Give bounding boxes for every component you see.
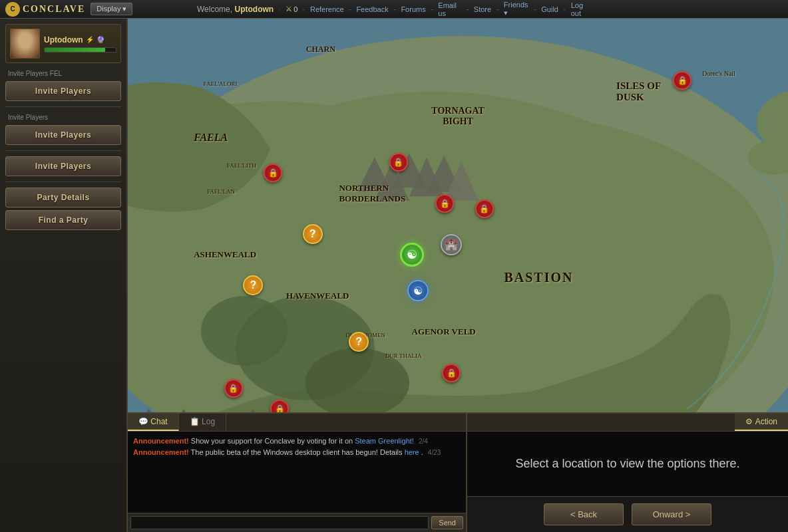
logout-link[interactable]: Log out bbox=[571, 1, 591, 17]
invite-players-btn-1[interactable]: Invite Players bbox=[5, 81, 121, 101]
chat-panel: 💬 Chat 📋 Log Announcement! Show your sup… bbox=[128, 414, 467, 532]
email-link[interactable]: Email us bbox=[438, 1, 461, 17]
nav-center: Welcome, Uptodown · ⚔ 0 - Reference - Fe… bbox=[197, 1, 591, 17]
action-icon: ⚙ bbox=[745, 417, 753, 426]
question-icon-2[interactable]: ? bbox=[243, 275, 263, 295]
blue-location-icon[interactable]: ☯ bbox=[407, 280, 429, 301]
player-avatar bbox=[10, 29, 40, 59]
invite-players-btn-3[interactable]: Invite Players bbox=[5, 156, 121, 176]
details-here-link[interactable]: here bbox=[405, 448, 419, 456]
onward-button[interactable]: Onward > bbox=[632, 503, 711, 525]
chat-message-2: Announcement! The public beta of the Win… bbox=[133, 447, 461, 458]
right-panel: ⚙ Action Select a location to view the o… bbox=[467, 414, 788, 532]
player-name: Uptodown bbox=[44, 35, 83, 45]
nav-sep3: - bbox=[347, 5, 354, 14]
health-bar-container bbox=[44, 47, 116, 53]
announcement-label-1: Announcement! bbox=[133, 437, 189, 445]
select-location-text: Select a location to view the options th… bbox=[515, 457, 739, 471]
nav-sep2: - bbox=[300, 5, 307, 14]
top-bar: C CONCLAVE Display ▾ Welcome, Uptodown ·… bbox=[0, 0, 788, 19]
logo-area: C CONCLAVE bbox=[5, 2, 85, 17]
feedback-link[interactable]: Feedback bbox=[356, 5, 388, 13]
gold-amount: 0 bbox=[294, 5, 297, 13]
map-and-bottom: CHARN ISLES OFDUSK Dorec's Nail TORNAGAT… bbox=[128, 19, 788, 532]
bottom-section: 💬 Chat 📋 Log Announcement! Show your sup… bbox=[128, 412, 788, 532]
sword-icon: ⚔ bbox=[286, 5, 292, 13]
announcement-label-2: Announcement! bbox=[133, 448, 189, 456]
nav-buttons-row: < Back Onward > bbox=[467, 496, 788, 532]
log-tab[interactable]: 📋 Log bbox=[179, 414, 226, 431]
lock-icon-dorec[interactable]: 🔒 bbox=[673, 71, 691, 90]
lock-icon-3[interactable]: 🔒 bbox=[435, 194, 454, 213]
chat-tab-label: Chat bbox=[150, 417, 167, 426]
orb-icon: 🔮 bbox=[97, 36, 104, 43]
timestamp-1: 2/4 bbox=[419, 438, 428, 445]
chat-messages: Announcement! Show your support for Conc… bbox=[128, 432, 466, 513]
conclave-logo-icon: C bbox=[5, 2, 20, 17]
divider-3 bbox=[5, 182, 121, 182]
player-info: Uptodown ⚡ 🔮 bbox=[44, 35, 116, 53]
player-card: Uptodown ⚡ 🔮 bbox=[5, 24, 121, 63]
nav-sep9: - bbox=[561, 5, 568, 14]
store-link[interactable]: Store bbox=[474, 5, 491, 13]
player-location-icon[interactable]: ☯ bbox=[400, 243, 424, 267]
action-tab-label: Action bbox=[755, 417, 777, 426]
display-button[interactable]: Display ▾ bbox=[91, 3, 132, 15]
welcome-text: Welcome, bbox=[197, 5, 232, 14]
chat-tab[interactable]: 💬 Chat bbox=[128, 414, 179, 431]
guild-link[interactable]: Guild bbox=[541, 5, 558, 13]
player-avatar-face bbox=[11, 29, 39, 58]
lock-icon-1[interactable]: 🔒 bbox=[264, 164, 282, 182]
question-icon-3[interactable]: ? bbox=[349, 332, 369, 352]
nav-sep8: - bbox=[532, 5, 539, 14]
forums-link[interactable]: Forums bbox=[401, 5, 425, 13]
lock-icon-2[interactable]: 🔒 bbox=[389, 153, 408, 172]
reference-link[interactable]: Reference bbox=[310, 5, 344, 13]
castle-icon[interactable]: 🏰 bbox=[441, 234, 462, 255]
chat-input-row: Send bbox=[128, 513, 466, 532]
chat-icon: 💬 bbox=[138, 417, 148, 426]
lock-icon-agenor[interactable]: 🔒 bbox=[442, 364, 461, 382]
lock-icon-sw1[interactable]: 🔒 bbox=[224, 379, 243, 398]
lightning-icon: ⚡ bbox=[86, 36, 94, 43]
action-tab[interactable]: ⚙ Action bbox=[735, 414, 788, 431]
health-bar bbox=[45, 48, 105, 52]
player-name-row: Uptodown ⚡ 🔮 bbox=[44, 35, 116, 45]
section-label-2: Invite Players bbox=[5, 112, 121, 122]
logo-text: CONCLAVE bbox=[23, 4, 85, 15]
left-sidebar: Uptodown ⚡ 🔮 Invite Players FEL Invite P… bbox=[0, 19, 128, 532]
lock-icon-4[interactable]: 🔒 bbox=[475, 200, 494, 218]
username-text: Uptodown bbox=[234, 5, 274, 14]
chat-tabs: 💬 Chat 📋 Log bbox=[128, 414, 466, 432]
divider-2 bbox=[5, 150, 121, 151]
nav-sep6: - bbox=[464, 5, 471, 14]
nav-sep5: - bbox=[429, 5, 436, 14]
chat-input[interactable] bbox=[130, 516, 429, 529]
main-layout: Uptodown ⚡ 🔮 Invite Players FEL Invite P… bbox=[0, 19, 788, 532]
log-tab-label: Log bbox=[202, 417, 215, 426]
question-icon-1[interactable]: ? bbox=[303, 224, 323, 244]
send-button[interactable]: Send bbox=[431, 516, 463, 529]
nav-gold: ⚔ 0 bbox=[286, 5, 297, 13]
steam-greenlight-link[interactable]: Steam Greenlight! bbox=[355, 437, 414, 445]
party-details-button[interactable]: Party Details bbox=[5, 188, 121, 207]
chat-message-1: Announcement! Show your support for Conc… bbox=[133, 436, 461, 447]
announcement-body-2: The public beta of the Windows desktop c… bbox=[191, 448, 405, 456]
nav-sep4: - bbox=[391, 5, 399, 14]
action-tab-row: ⚙ Action bbox=[467, 414, 788, 432]
announcement-end: . bbox=[421, 448, 423, 456]
announcement-body-1: Show your support for Conclave by voting… bbox=[191, 437, 355, 445]
nav-sep: · bbox=[276, 5, 283, 14]
divider-1 bbox=[5, 106, 121, 107]
find-party-button[interactable]: Find a Party bbox=[5, 210, 121, 230]
nav-sep7: - bbox=[494, 5, 501, 14]
log-icon: 📋 bbox=[190, 417, 200, 426]
friends-link[interactable]: Friends ▾ bbox=[504, 1, 529, 17]
right-content: Select a location to view the options th… bbox=[467, 432, 788, 496]
timestamp-2: 4/23 bbox=[428, 449, 441, 456]
section-label-1: Invite Players FEL bbox=[5, 68, 121, 78]
back-button[interactable]: < Back bbox=[544, 503, 624, 525]
invite-players-btn-2[interactable]: Invite Players bbox=[5, 125, 121, 145]
